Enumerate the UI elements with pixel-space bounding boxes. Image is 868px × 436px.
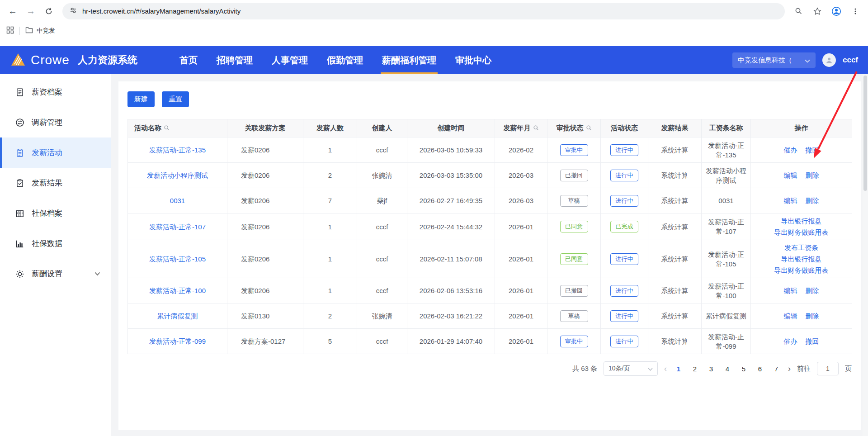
nav-tab-0[interactable]: 首页: [170, 46, 207, 74]
page-number-1[interactable]: 1: [674, 365, 683, 373]
page-number-4[interactable]: 4: [723, 365, 732, 373]
activity-name-link[interactable]: 发薪活动-正常-135: [149, 146, 206, 154]
action-link[interactable]: 删除: [806, 286, 819, 295]
cell-salary-result: 系统计算: [648, 137, 702, 163]
action-link[interactable]: 催办: [784, 336, 797, 346]
cell-people-count: 1: [303, 278, 357, 303]
apps-grid-icon[interactable]: [6, 26, 14, 36]
user-avatar[interactable]: [822, 53, 836, 67]
forward-icon[interactable]: →: [23, 3, 39, 19]
chevron-down-icon: [648, 365, 653, 372]
sidebar-item-6[interactable]: 薪酬设置: [0, 259, 111, 289]
logo[interactable]: Crowe 人力资源系统: [10, 52, 137, 68]
cell-created-time: 2026-02-03 16:21:22: [407, 303, 495, 329]
activity-name-link[interactable]: 发薪活动-正常-100: [149, 287, 206, 294]
action-link[interactable]: 导出银行报盘: [755, 254, 848, 264]
activity-name-link[interactable]: 0031: [170, 197, 185, 204]
sidebar-item-label: 社保档案: [32, 208, 62, 218]
column-header-10: 操作: [751, 119, 852, 137]
profile-icon[interactable]: [828, 3, 844, 19]
site-info-icon[interactable]: [70, 7, 77, 16]
toolbar: 新建 重置: [127, 91, 852, 107]
nav-tab-2[interactable]: 人事管理: [262, 46, 317, 74]
cell-activity-status: 进行中: [601, 278, 648, 303]
action-link[interactable]: 发布工资条: [755, 243, 848, 252]
cell-creator: cccf: [357, 213, 407, 240]
main-content: 新建 重置 活动名称关联发薪方案发薪人数创建人创建时间发薪年月审批状态活动状态发…: [111, 74, 868, 436]
sidebar-item-1[interactable]: 调薪管理: [0, 107, 111, 137]
sidebar-item-0[interactable]: 薪资档案: [0, 77, 111, 107]
activity-name-link[interactable]: 累计病假复测: [157, 312, 198, 320]
activity-name-link[interactable]: 发薪活动-正常-105: [149, 255, 206, 263]
sidebar: 薪资档案调薪管理发薪活动发薪结果社保档案社保数据薪酬设置: [0, 74, 111, 436]
bookmarks-bar: 中竞发: [0, 22, 868, 39]
action-link[interactable]: 催办: [784, 145, 797, 155]
nav-tab-1[interactable]: 招聘管理: [207, 46, 262, 74]
cell-approval-status: 已同意: [547, 213, 601, 240]
cell-operations: 导出银行报盘导出财务做账用表: [751, 213, 852, 240]
sidebar-item-2[interactable]: 发薪活动: [0, 137, 111, 168]
cell-salary-result: 系统计算: [648, 163, 702, 188]
page-number-2[interactable]: 2: [690, 365, 699, 373]
cell-operations: 催办撤回: [751, 137, 852, 163]
action-link[interactable]: 编辑: [784, 171, 797, 180]
window-scrollbar[interactable]: [863, 74, 868, 436]
reset-button[interactable]: 重置: [162, 91, 189, 107]
sidebar-item-5[interactable]: 社保数据: [0, 228, 111, 259]
action-link[interactable]: 撤回: [806, 336, 819, 346]
approval-status-badge: 已撤回: [560, 285, 588, 297]
action-link[interactable]: 导出银行报盘: [755, 216, 848, 226]
column-header-6: 审批状态: [547, 119, 601, 137]
company-name: 中竞发信息科技（: [738, 56, 792, 65]
page-number-7[interactable]: 7: [772, 365, 781, 373]
column-label: 创建时间: [438, 124, 465, 133]
nav-tab-5[interactable]: 审批中心: [446, 46, 501, 74]
action-link[interactable]: 删除: [806, 171, 819, 180]
activity-name-link[interactable]: 发薪活动-正常-107: [149, 223, 206, 231]
cell-salary-month: 2026-03: [495, 163, 547, 188]
action-link[interactable]: 编辑: [784, 286, 797, 295]
zoom-icon[interactable]: [790, 3, 807, 19]
menu-kebab-icon[interactable]: [847, 3, 863, 19]
search-icon[interactable]: [533, 124, 539, 132]
back-icon[interactable]: ←: [5, 3, 21, 19]
page-number-3[interactable]: 3: [707, 365, 716, 373]
nav-tab-4[interactable]: 薪酬福利管理: [373, 46, 446, 74]
cell-salary-month: 2026-02: [495, 137, 547, 163]
goto-page-input[interactable]: [817, 362, 839, 375]
new-button[interactable]: 新建: [127, 91, 155, 107]
page-size-value: 10条/页: [609, 365, 630, 373]
activity-status-badge: 进行中: [610, 144, 638, 156]
sidebar-item-3[interactable]: 发薪结果: [0, 168, 111, 198]
action-link[interactable]: 导出财务做账用表: [755, 227, 848, 237]
table-row-2: 0031发薪02067柴jf2026-02-27 16:49:352026-03…: [128, 188, 852, 213]
nav-tab-3[interactable]: 假勤管理: [317, 46, 373, 74]
company-select[interactable]: 中竞发信息科技（: [732, 52, 816, 68]
next-page-button[interactable]: ›: [788, 364, 791, 374]
cell-approval-status: 已撤回: [547, 278, 601, 303]
cell-created-time: 2026-02-27 16:49:35: [407, 188, 495, 213]
bookmark-star-icon[interactable]: [809, 3, 826, 19]
action-link[interactable]: 编辑: [784, 196, 797, 205]
column-header-5: 发薪年月: [495, 119, 547, 137]
activity-name-link[interactable]: 发薪活动-正常-099: [149, 337, 206, 345]
search-icon[interactable]: [586, 124, 592, 132]
page-number-5[interactable]: 5: [739, 365, 748, 373]
action-link[interactable]: 删除: [806, 196, 819, 205]
cell-creator: cccf: [357, 137, 407, 163]
action-link[interactable]: 导出财务做账用表: [755, 265, 848, 275]
action-link[interactable]: 删除: [806, 311, 819, 321]
action-link[interactable]: 编辑: [784, 311, 797, 321]
action-link[interactable]: 撤回: [806, 145, 819, 155]
reload-icon[interactable]: [41, 3, 57, 19]
prev-page-button[interactable]: ‹: [664, 364, 667, 374]
page-size-select[interactable]: 10条/页: [604, 361, 658, 376]
bookmark-folder[interactable]: 中竞发: [25, 27, 55, 35]
sidebar-item-4[interactable]: 社保档案: [0, 198, 111, 228]
url-bar[interactable]: hr-test.croweit.cn/#/salaryManagement/sa…: [62, 3, 785, 19]
scrollbar-thumb[interactable]: [863, 76, 867, 191]
archive-icon: [15, 209, 24, 218]
activity-name-link[interactable]: 发薪活动小程序测试: [147, 171, 208, 179]
page-number-6[interactable]: 6: [755, 365, 764, 373]
search-icon[interactable]: [164, 124, 170, 132]
